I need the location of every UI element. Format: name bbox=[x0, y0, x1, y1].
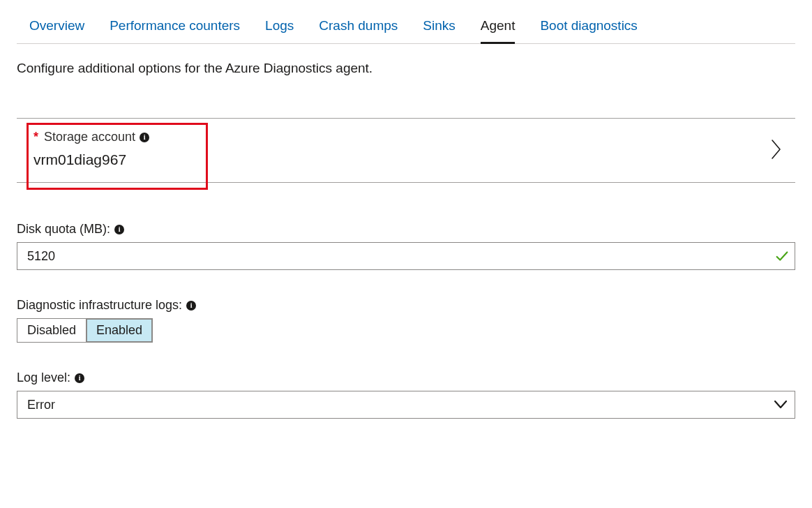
log-level-label: Log level: bbox=[17, 371, 70, 385]
tab-crash-dumps[interactable]: Crash dumps bbox=[319, 14, 398, 44]
log-level-select[interactable]: Error bbox=[17, 391, 795, 419]
storage-account-label: Storage account bbox=[44, 130, 135, 144]
checkmark-icon bbox=[774, 248, 790, 264]
infra-logs-label: Diagnostic infrastructure logs: bbox=[17, 298, 182, 313]
infra-logs-toggle: Disabled Enabled bbox=[17, 318, 153, 343]
storage-account-row[interactable]: * Storage account i vrm01diag967 bbox=[17, 118, 795, 183]
tab-agent[interactable]: Agent bbox=[481, 14, 516, 44]
info-icon[interactable]: i bbox=[114, 225, 124, 234]
tab-logs[interactable]: Logs bbox=[265, 14, 294, 44]
disk-quota-input[interactable] bbox=[17, 242, 795, 270]
required-asterisk: * bbox=[33, 130, 38, 144]
tab-performance-counters[interactable]: Performance counters bbox=[110, 14, 240, 44]
disk-quota-label: Disk quota (MB): bbox=[17, 222, 110, 237]
toggle-disabled[interactable]: Disabled bbox=[17, 319, 87, 342]
page-description: Configure additional options for the Azu… bbox=[17, 61, 795, 76]
info-icon[interactable]: i bbox=[186, 301, 196, 311]
tabs: Overview Performance counters Logs Crash… bbox=[17, 14, 795, 44]
log-level-value: Error bbox=[27, 398, 55, 412]
tab-overview[interactable]: Overview bbox=[29, 14, 84, 44]
tab-boot-diagnostics[interactable]: Boot diagnostics bbox=[540, 14, 637, 44]
info-icon[interactable]: i bbox=[75, 373, 84, 383]
chevron-right-icon bbox=[770, 139, 783, 160]
info-icon[interactable]: i bbox=[140, 133, 149, 142]
tab-sinks[interactable]: Sinks bbox=[423, 14, 455, 44]
toggle-enabled[interactable]: Enabled bbox=[87, 319, 152, 342]
storage-account-value: vrm01diag967 bbox=[33, 151, 149, 168]
